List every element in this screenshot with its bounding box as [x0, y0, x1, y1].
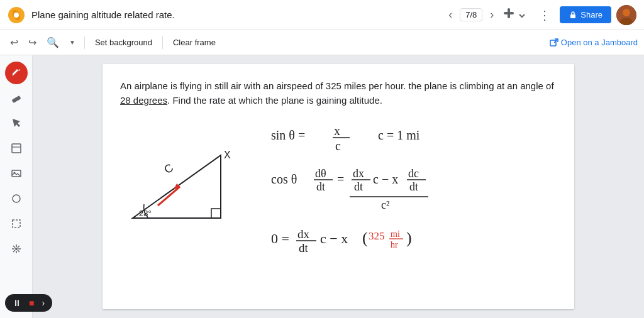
- prev-page-button[interactable]: ‹: [443, 6, 457, 24]
- svg-text:sin θ =: sin θ =: [271, 128, 305, 142]
- svg-point-15: [13, 195, 20, 202]
- svg-rect-5: [570, 14, 575, 18]
- pause-button[interactable]: ⏸: [10, 297, 24, 309]
- eraser-icon: [11, 92, 22, 104]
- clear-frame-button[interactable]: Clear frame: [168, 35, 221, 50]
- svg-rect-16: [13, 220, 20, 228]
- open-jamboard-label: Open on a Jamboard: [561, 38, 638, 47]
- svg-text:cos θ: cos θ: [271, 172, 297, 186]
- slide-container: An airplane is flying in still air with …: [103, 64, 574, 309]
- underline-degrees: 28 degrees: [120, 95, 167, 106]
- image-tool[interactable]: [5, 162, 28, 185]
- document-title: Plane gaining altitude related rate.: [31, 9, 443, 20]
- svg-point-2: [14, 13, 19, 18]
- svg-text:mi: mi: [391, 229, 400, 239]
- circle-icon: [11, 193, 22, 204]
- user-avatar[interactable]: [616, 5, 636, 25]
- main-area: An airplane is flying in still air with …: [0, 55, 644, 318]
- toolbar-separator-2: [162, 36, 163, 49]
- svg-text:C: C: [162, 162, 175, 177]
- svg-text:=: =: [337, 172, 344, 186]
- svg-text:hr: hr: [391, 240, 398, 249]
- pen-tool[interactable]: [5, 62, 28, 84]
- redo-button[interactable]: ↪: [25, 34, 40, 51]
- pen-icon: [11, 67, 22, 79]
- page-indicator[interactable]: 7/8: [460, 8, 482, 21]
- svg-text:X: X: [224, 150, 231, 160]
- sticky-note-tool[interactable]: [5, 137, 28, 160]
- diagram-area: C X 28°: [120, 118, 246, 246]
- svg-point-17: [15, 248, 18, 250]
- content-row: C X 28° s: [120, 118, 557, 296]
- share-button[interactable]: Share: [560, 6, 611, 23]
- svg-text:c: c: [335, 139, 341, 153]
- svg-text:dt: dt: [409, 180, 418, 193]
- svg-rect-11: [12, 144, 21, 153]
- svg-text:dc: dc: [408, 167, 419, 180]
- image-icon: [11, 168, 22, 179]
- triangle-diagram: C X 28°: [120, 118, 246, 243]
- chevron-down-icon: [518, 12, 526, 19]
- svg-text:dt: dt: [299, 241, 309, 255]
- svg-text:c − x: c − x: [373, 172, 398, 186]
- more-options-button[interactable]: ⋮: [535, 5, 555, 25]
- math-area: sin θ = x c c = 1 mi cos θ dθ dt = dx: [265, 118, 557, 296]
- crop-icon: [11, 218, 22, 229]
- laser-tool[interactable]: [5, 238, 28, 260]
- svg-text:dx: dx: [297, 228, 310, 241]
- avatar-image: [616, 5, 636, 25]
- bottom-bar: ⏸ ■ ›: [5, 294, 52, 312]
- share-label: Share: [580, 10, 602, 19]
- crop-tool[interactable]: [5, 212, 28, 235]
- cursor-icon: [11, 118, 22, 129]
- svg-text:dt: dt: [354, 180, 363, 193]
- lock-icon: [569, 11, 577, 19]
- svg-text:x: x: [334, 124, 340, 138]
- select-tool[interactable]: [5, 112, 28, 134]
- svg-text:325: 325: [369, 230, 385, 242]
- circle-tool[interactable]: [5, 187, 28, 210]
- problem-text: An airplane is flying in still air with …: [120, 79, 557, 107]
- svg-text:dx: dx: [353, 167, 364, 180]
- svg-text:c = 1 mi: c = 1 mi: [378, 128, 420, 142]
- svg-text:0 =: 0 =: [271, 231, 289, 246]
- svg-rect-4: [504, 12, 514, 14]
- svg-line-22: [158, 187, 180, 206]
- svg-point-7: [623, 9, 630, 16]
- zoom-dropdown-button[interactable]: ▼: [65, 36, 79, 48]
- equations-svg: sin θ = x c c = 1 mi cos θ dθ dt = dx: [265, 118, 504, 293]
- top-right-controls: ⋮ Share: [499, 4, 636, 25]
- canvas-area[interactable]: An airplane is flying in still air with …: [33, 55, 644, 318]
- next-page-button[interactable]: ›: [485, 6, 499, 24]
- svg-text:c²: c²: [381, 199, 389, 211]
- svg-text:c − x: c − x: [320, 231, 348, 246]
- set-background-button[interactable]: Set background: [90, 35, 157, 50]
- top-bar: Plane gaining altitude related rate. ‹ 7…: [0, 0, 644, 30]
- left-sidebar: [0, 55, 33, 318]
- open-jamboard-link[interactable]: Open on a Jamboard: [550, 38, 638, 47]
- problem-line-1: An airplane is flying in still air with …: [120, 80, 554, 91]
- app-icon: [8, 6, 25, 24]
- stop-button[interactable]: ■: [26, 297, 36, 309]
- eraser-tool[interactable]: [5, 87, 28, 109]
- toolbar-separator: [84, 36, 85, 49]
- edit-toolbar: ↩ ↪ 🔍 ▼ Set background Clear frame Open …: [0, 30, 644, 55]
- nav-controls: ‹ 7/8 ›: [443, 6, 499, 24]
- add-icon: [502, 7, 515, 19]
- external-link-icon: [550, 38, 558, 47]
- sticky-note-icon: [11, 143, 22, 154]
- problem-line-2: . Find the rate at which the plane is ga…: [167, 95, 382, 106]
- svg-text:dt: dt: [316, 180, 325, 193]
- expand-button[interactable]: ›: [39, 297, 47, 309]
- svg-text:dθ: dθ: [315, 167, 326, 180]
- zoom-button[interactable]: 🔍: [43, 34, 63, 51]
- svg-rect-10: [11, 96, 21, 103]
- add-button[interactable]: [499, 4, 530, 25]
- svg-text:): ): [406, 229, 412, 247]
- svg-text:(: (: [362, 229, 368, 247]
- undo-button[interactable]: ↩: [6, 34, 22, 51]
- laser-icon: [11, 243, 22, 255]
